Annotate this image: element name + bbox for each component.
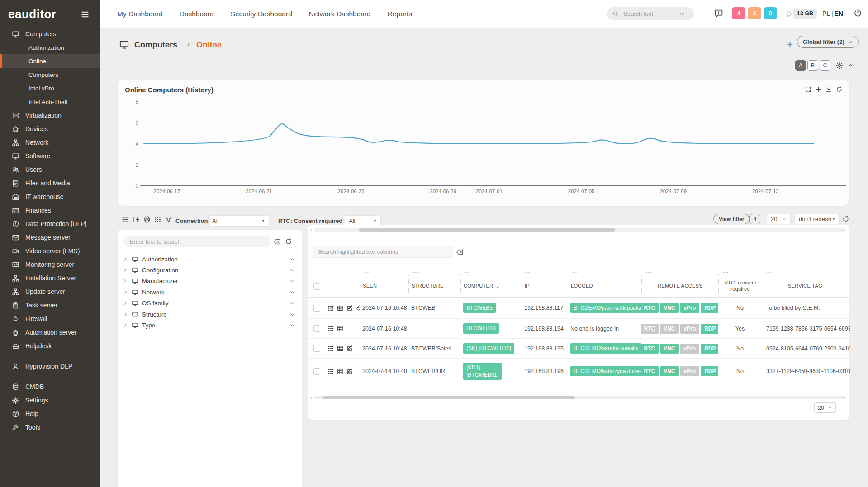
chevron-right-icon[interactable]: [123, 323, 128, 328]
chevron-down-icon[interactable]: [289, 312, 295, 317]
sidebar-item-intel-anti-theft[interactable]: Intel Anti-Theft: [0, 95, 100, 109]
column-header-service-tag[interactable]: SERVICE TAG: [762, 275, 848, 297]
chevron-down-icon[interactable]: [289, 300, 295, 306]
tree-search[interactable]: [123, 236, 271, 247]
logged-user-badge[interactable]: BTCDEMO\katarzyna.donesz: [570, 366, 641, 376]
column-menu-dots[interactable]: ...: [766, 268, 772, 274]
chevron-right-icon[interactable]: [123, 257, 128, 262]
export-icon[interactable]: [132, 216, 140, 223]
column-menu-dots[interactable]: ...: [572, 268, 578, 274]
column-header-rtc-consent-required[interactable]: RTC: consent required: [718, 275, 762, 297]
sidebar-item-virtualization[interactable]: Virtualization: [0, 109, 100, 122]
computer-badge[interactable]: BTCWEB33: [463, 323, 499, 333]
clear-search-icon[interactable]: [273, 238, 281, 246]
clear-search-icon[interactable]: [456, 248, 464, 256]
sidebar-item-files-and-media[interactable]: Files and Media: [0, 176, 100, 190]
column-menu-dots[interactable]: ...: [723, 268, 729, 274]
column-menu-dots[interactable]: ...: [465, 268, 471, 274]
sidebar-item-tools[interactable]: Tools: [0, 421, 100, 434]
notifications-icon[interactable]: [714, 9, 724, 19]
layout-button-c[interactable]: C: [820, 60, 830, 71]
column-header-remote-access[interactable]: REMOTE ACCESS: [641, 275, 718, 297]
tree-item-network[interactable]: Network: [118, 287, 302, 298]
notification-badge-0[interactable]: 0: [764, 7, 777, 19]
chevron-down-icon[interactable]: [679, 11, 685, 17]
selected-count[interactable]: 4: [749, 214, 760, 224]
topnav-item-security-dashboard[interactable]: Security Dashboard: [231, 10, 292, 18]
edit-icon[interactable]: [346, 305, 353, 312]
topnav-item-reports[interactable]: Reports: [388, 10, 412, 18]
refresh-icon[interactable]: [842, 215, 849, 222]
page-size-select[interactable]: 20: [767, 214, 791, 224]
chevron-down-icon[interactable]: [289, 322, 295, 328]
connection-select[interactable]: All▼: [208, 215, 269, 227]
chevron-right-icon[interactable]: [123, 279, 128, 284]
chevron-right-icon[interactable]: [123, 290, 128, 295]
remote-access-vnc-badge[interactable]: VNC: [660, 324, 678, 334]
remote-access-vpro-badge[interactable]: vPro: [680, 303, 700, 313]
column-header-ip[interactable]: IP: [522, 275, 568, 297]
search-input[interactable]: [622, 10, 679, 18]
column-menu-dots[interactable]: ...: [413, 268, 419, 274]
sidebar-item-automation-server[interactable]: Automation server: [0, 326, 100, 339]
column-header-computer[interactable]: COMPUTER: [460, 275, 522, 297]
sidebar-item-cmdb[interactable]: CMDB: [0, 380, 100, 393]
row-checkbox[interactable]: [313, 305, 320, 312]
sidebar-item-installation-server[interactable]: Installation Server: [0, 271, 100, 285]
details-table-icon[interactable]: [337, 345, 344, 352]
tree-item-type[interactable]: Type: [118, 320, 302, 331]
details-table-icon[interactable]: [337, 368, 344, 375]
table-row[interactable]: 2024-07-16 10:48BTCWEB/Sales(SK) [BTCWEB…: [308, 339, 849, 359]
remote-access-vpro-badge[interactable]: vPro: [680, 324, 700, 334]
details-table-icon[interactable]: [337, 305, 344, 312]
column-menu-dots[interactable]: ...: [646, 268, 652, 274]
logged-user-badge[interactable]: BTCDEMO\joanna.klepacka: [570, 303, 641, 313]
sidebar-item-devices[interactable]: Devices: [0, 122, 100, 136]
remote-access-rdp-badge[interactable]: RDP: [701, 344, 718, 354]
details-table-icon[interactable]: [337, 325, 344, 332]
tree-item-structure[interactable]: Structure: [118, 309, 302, 320]
topnav-item-dashboard[interactable]: Dashboard: [180, 10, 214, 18]
remote-access-vpro-badge[interactable]: vPro: [680, 366, 700, 376]
sidebar-item-it-warehouse[interactable]: IT warehouse: [0, 190, 100, 203]
tree-view-icon[interactable]: [121, 216, 129, 223]
scroll-left-icon[interactable]: ‹: [310, 227, 314, 232]
filter-icon[interactable]: [165, 216, 172, 223]
sidebar-item-firewall[interactable]: Firewall: [0, 312, 100, 326]
computer-badge[interactable]: (KD1) [BTCWEB31]: [463, 363, 502, 380]
layout-button-b[interactable]: B: [807, 60, 818, 71]
remote-access-rtc-badge[interactable]: RTC: [641, 344, 659, 354]
sidebar-item-authorization[interactable]: Authorization: [0, 41, 100, 54]
chevron-down-icon[interactable]: [289, 289, 295, 295]
sidebar-item-software[interactable]: Software: [0, 149, 100, 163]
remote-access-vnc-badge[interactable]: VNC: [660, 303, 678, 313]
layout-button-a[interactable]: A: [795, 60, 806, 71]
remote-access-vpro-badge[interactable]: vPro: [680, 344, 700, 354]
edit-icon[interactable]: [346, 368, 353, 375]
sidebar-item-finances[interactable]: Finances: [0, 203, 100, 217]
tree-item-authorization[interactable]: Authorization: [118, 254, 302, 265]
tree-item-manufacturer[interactable]: Manufacturer: [118, 276, 302, 287]
global-filter-button[interactable]: Global filter (2): [797, 36, 859, 48]
select-all-checkbox[interactable]: [313, 283, 320, 290]
grid-actions-icon[interactable]: [327, 345, 334, 352]
remote-access-rtc-badge[interactable]: RTC: [641, 303, 659, 313]
sidebar-item-users[interactable]: Users: [0, 163, 100, 176]
view-filter-button[interactable]: View filter: [713, 214, 749, 224]
global-search[interactable]: [607, 7, 694, 20]
column-menu-dots[interactable]: ...: [526, 268, 532, 274]
tree-search-input[interactable]: [129, 238, 266, 246]
chevron-right-icon[interactable]: [123, 268, 128, 273]
footer-page-size-select[interactable]: 20: [814, 402, 836, 413]
notification-badge-4[interactable]: 4: [732, 7, 745, 19]
table-search-input[interactable]: [317, 248, 449, 255]
remote-access-rtc-badge[interactable]: RTC: [641, 324, 659, 334]
add-filter-button[interactable]: +: [787, 38, 793, 50]
language-switch[interactable]: PL | EN: [822, 10, 843, 17]
chevron-right-icon[interactable]: [123, 301, 128, 306]
power-icon[interactable]: [853, 9, 863, 18]
table-row[interactable]: 2024-07-16 10:48BTCWEBBTCWEB5192.168.88.…: [308, 298, 849, 319]
sidebar-item-message-server[interactable]: Message server: [0, 231, 100, 244]
column-menu-dots[interactable]: ...: [364, 268, 370, 274]
chevron-right-icon[interactable]: [123, 312, 128, 317]
